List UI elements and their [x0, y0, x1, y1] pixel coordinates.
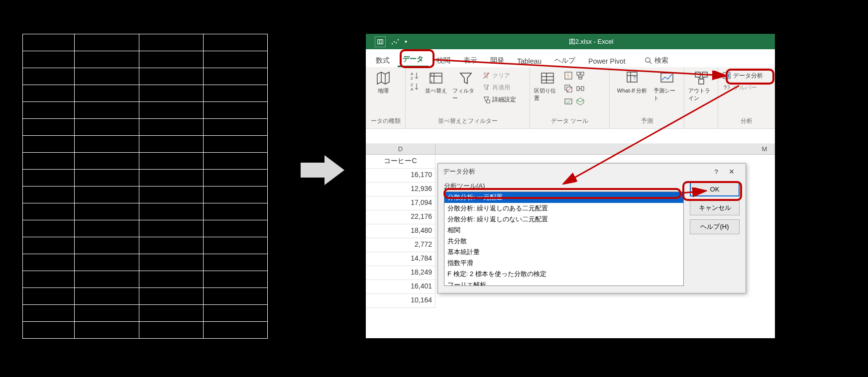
dialog-close-button[interactable]: ×	[723, 167, 741, 177]
outline-button[interactable]: アウトライン	[688, 70, 714, 102]
advanced-filter-button[interactable]: 詳細設定	[482, 94, 516, 105]
group-label: 並べ替えとフィルター	[410, 116, 526, 127]
column-header-M[interactable]: M	[754, 144, 775, 155]
column-header-D[interactable]: D	[366, 144, 435, 155]
formula-bar-area	[366, 129, 775, 144]
data-cell[interactable]: 14,784	[366, 252, 435, 266]
sort-asc-button[interactable]: AZ	[410, 70, 420, 81]
flash-fill-button[interactable]	[564, 70, 573, 81]
data-cell[interactable]: 16,170	[366, 169, 435, 183]
forecast-sheet-button[interactable]: 予測シート	[653, 70, 680, 102]
tab-データ[interactable]: データ	[398, 52, 429, 67]
svg-text:Z: Z	[411, 76, 413, 81]
solver-button[interactable]: ? ソルバー	[722, 82, 757, 93]
data-model-button[interactable]	[576, 96, 585, 107]
data-cell[interactable]: 12,936	[366, 183, 435, 196]
data-cell[interactable]: 17,094	[366, 196, 435, 210]
column-headers: D M	[366, 144, 775, 155]
qat-button[interactable]	[390, 36, 401, 47]
tab-ヘルプ[interactable]: ヘルプ	[549, 53, 580, 67]
sort-desc-button[interactable]: ZA	[410, 81, 420, 92]
help-button[interactable]: ヘルプ(H)	[690, 219, 740, 234]
sort-icon: ZA	[428, 70, 444, 86]
data-cell[interactable]: 18,249	[366, 266, 435, 280]
cancel-button[interactable]: キャンセル	[690, 200, 740, 215]
search-label: 検索	[654, 56, 668, 65]
svg-point-7	[646, 58, 650, 62]
svg-rect-41	[661, 73, 673, 82]
svg-text:A: A	[411, 72, 414, 76]
dialog-help-icon[interactable]: ?	[710, 168, 723, 176]
data-cell[interactable]: 10,164	[366, 294, 435, 308]
text-to-columns-icon	[540, 70, 555, 86]
ok-button[interactable]: OK	[690, 182, 740, 196]
outline-icon	[693, 70, 709, 86]
analysis-tool-item[interactable]: 分散分析: 繰り返しのある二元配置	[444, 203, 683, 214]
analysis-tool-item[interactable]: フーリエ解析	[444, 280, 683, 286]
clear-icon	[482, 72, 490, 80]
forecast-icon	[659, 70, 675, 86]
tools-list-label: 分析ツール(A)	[444, 182, 684, 190]
arrow-right-icon	[301, 155, 344, 185]
data-analysis-dialog: データ分析 ? × 分析ツール(A) 分散分析: 一元配置分散分析: 繰り返しの…	[437, 163, 746, 293]
relationships-icon	[576, 84, 585, 93]
svg-rect-22	[542, 73, 553, 83]
svg-line-8	[650, 62, 651, 64]
svg-point-4	[394, 41, 395, 42]
validation-icon	[564, 97, 573, 106]
filter-icon	[458, 70, 474, 86]
svg-text:?: ?	[724, 85, 727, 91]
text-to-columns-button[interactable]: 区切り位置	[534, 70, 561, 102]
solver-icon: ?	[722, 83, 731, 92]
svg-rect-34	[577, 87, 579, 91]
analysis-tool-item[interactable]: F 検定: 2 標本を使った分散の検定	[444, 269, 683, 280]
tab-表示[interactable]: 表示	[458, 53, 482, 67]
whatif-button[interactable]: ? What-If 分析	[614, 70, 651, 94]
svg-text:A: A	[411, 87, 414, 92]
data-analysis-button[interactable]: データ分析	[722, 70, 763, 81]
analysis-tool-item[interactable]: 基本統計量	[444, 247, 683, 258]
tab-数式[interactable]: 数式	[371, 53, 395, 67]
data-cell[interactable]: 16,401	[366, 280, 435, 294]
relationships-button[interactable]	[576, 83, 585, 94]
tab-校閲[interactable]: 校閲	[432, 53, 455, 67]
svg-text:A: A	[431, 80, 433, 83]
data-cell[interactable]: 22,176	[366, 210, 435, 224]
filter-button[interactable]: フィルター	[452, 70, 479, 102]
remove-duplicates-button[interactable]	[564, 83, 573, 94]
svg-rect-50	[728, 74, 729, 78]
reapply-button[interactable]: 再適用	[482, 82, 516, 93]
analysis-tool-item[interactable]: 相関	[444, 225, 683, 236]
analysis-tool-item[interactable]: 共分散	[444, 236, 683, 247]
map-icon	[375, 70, 391, 86]
analysis-tool-item[interactable]: 分散分析: 繰り返しのない二元配置	[444, 214, 683, 225]
data-validation-button[interactable]	[564, 96, 573, 107]
geography-button[interactable]: 地理	[370, 70, 397, 94]
sort-asc-icon: AZ	[410, 71, 420, 81]
svg-rect-48	[724, 76, 725, 78]
qat-button[interactable]	[375, 36, 386, 47]
group-label: 分析	[722, 116, 771, 127]
titlebar: ▾ 図2.xlsx - Excel	[366, 34, 775, 49]
analysis-tool-item[interactable]: 分散分析: 一元配置	[444, 192, 683, 203]
search-button[interactable]: 検索	[640, 53, 673, 67]
analysis-tools-listbox[interactable]: 分散分析: 一元配置分散分析: 繰り返しのある二元配置分散分析: 繰り返しのない…	[444, 191, 684, 286]
consolidate-button[interactable]	[576, 70, 585, 81]
svg-point-5	[396, 42, 397, 43]
group-label	[688, 117, 714, 127]
reapply-icon	[482, 84, 490, 92]
sort-button[interactable]: ZA 並べ替え	[423, 70, 449, 94]
data-cell[interactable]: 2,772	[366, 238, 435, 252]
analysis-tool-item[interactable]: 指数平滑	[444, 258, 683, 269]
ribbon: 地理 ータの種類 AZ ZA ZA 並べ替え フィルター	[366, 67, 775, 129]
tab-Power Pivot[interactable]: Power Pivot	[583, 54, 631, 67]
cell-header[interactable]: コーヒーC	[366, 155, 435, 169]
clear-filter-button[interactable]: クリア	[482, 70, 516, 81]
data-cell[interactable]: 18,480	[366, 224, 435, 238]
ribbon-tabs: 数式データ校閲表示開発TableauヘルプPower Pivot 検索	[366, 49, 775, 67]
data-analysis-icon	[722, 71, 731, 80]
tab-開発[interactable]: 開発	[485, 53, 509, 67]
tab-Tableau[interactable]: Tableau	[512, 54, 546, 67]
svg-text:Z: Z	[411, 83, 413, 87]
svg-rect-30	[565, 99, 572, 104]
